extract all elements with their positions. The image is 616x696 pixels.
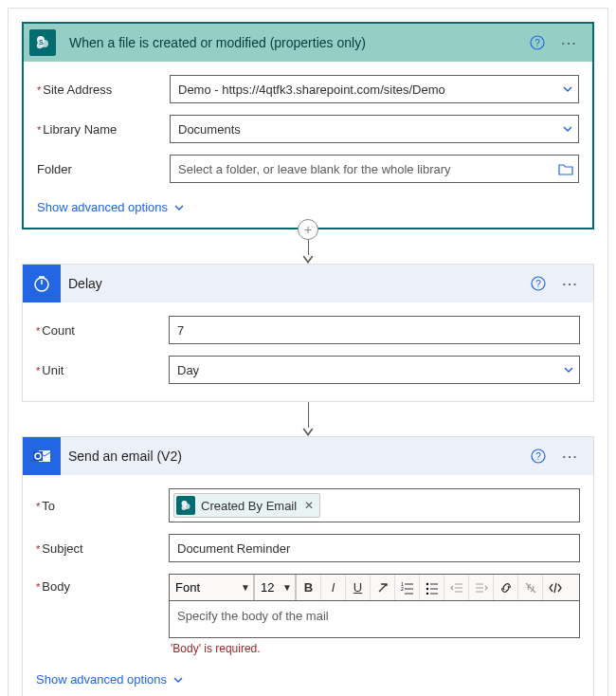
svg-point-21	[426, 592, 427, 594]
trigger-title: When a file is created or modified (prop…	[62, 35, 522, 50]
svg-text:S: S	[39, 39, 44, 46]
help-button[interactable]: ?	[522, 27, 553, 58]
count-input[interactable]	[169, 316, 580, 344]
help-button[interactable]: ?	[523, 441, 553, 471]
delay-header[interactable]: Delay ? ···	[23, 265, 593, 302]
unit-label: Unit	[36, 363, 169, 377]
email-header[interactable]: Send an email (V2) ? ···	[23, 437, 593, 475]
delay-body: Count Unit	[23, 302, 593, 401]
svg-text:?: ?	[535, 451, 541, 462]
chevron-down-icon	[173, 202, 185, 213]
email-card[interactable]: Send an email (V2) ? ··· To Created By E…	[22, 436, 594, 696]
chevron-down-icon	[172, 674, 184, 686]
help-button[interactable]: ?	[523, 268, 553, 299]
site-address-input[interactable]	[170, 75, 579, 103]
sharepoint-icon	[176, 496, 195, 515]
body-editor[interactable]: Specify the body of the mail	[169, 600, 580, 638]
email-body: To Created By Email ✕ Subject	[23, 475, 593, 696]
body-error: 'Body' is required.	[169, 638, 580, 655]
svg-point-19	[426, 582, 427, 584]
token-label: Created By Email	[201, 499, 297, 513]
connector	[22, 402, 594, 436]
more-button[interactable]: ···	[554, 27, 585, 58]
subject-input[interactable]	[169, 534, 580, 562]
svg-text:?: ?	[534, 38, 540, 48]
show-advanced-link[interactable]: Show advanced options	[37, 194, 185, 222]
email-title: Send an email (V2)	[61, 449, 523, 464]
to-input[interactable]: Created By Email ✕	[169, 488, 580, 522]
trigger-card[interactable]: S When a file is created or modified (pr…	[22, 22, 594, 229]
more-button[interactable]: ···	[555, 441, 586, 471]
to-label: To	[36, 499, 169, 513]
svg-point-16	[182, 505, 187, 510]
unordered-list-button[interactable]	[420, 575, 444, 600]
svg-text:2: 2	[401, 586, 404, 592]
unit-input[interactable]	[169, 356, 580, 384]
arrow-down-icon	[302, 255, 314, 264]
indent-button[interactable]	[469, 575, 494, 600]
arrow-down-icon	[302, 428, 314, 436]
delay-title: Delay	[61, 276, 523, 291]
unlink-button[interactable]	[518, 575, 543, 600]
font-select[interactable]: Font	[170, 575, 254, 600]
dynamic-content-token[interactable]: Created By Email ✕	[173, 493, 320, 518]
ordered-list-button[interactable]: 12	[395, 575, 420, 600]
folder-label: Folder	[37, 162, 170, 176]
add-step-button[interactable]: +	[298, 219, 318, 240]
delay-card[interactable]: Delay ? ··· Count Unit	[22, 264, 594, 402]
underline-button[interactable]: U	[346, 575, 371, 600]
library-name-label: Library Name	[37, 122, 170, 137]
library-name-input[interactable]	[170, 115, 579, 143]
remove-token-button[interactable]: ✕	[302, 499, 316, 512]
font-size-select[interactable]: 12	[255, 575, 296, 600]
trigger-body: Site Address Library Name Folder	[24, 62, 592, 228]
svg-point-20	[426, 587, 427, 589]
clear-format-button[interactable]	[371, 575, 395, 600]
svg-text:?: ?	[535, 279, 541, 289]
connector: +	[22, 229, 594, 264]
count-label: Count	[36, 323, 169, 338]
rte-toolbar: Font ▼ 12 ▼ B I U 12	[169, 574, 580, 600]
trigger-header[interactable]: S When a file is created or modified (pr…	[24, 24, 592, 62]
site-address-label: Site Address	[37, 82, 170, 97]
outlook-icon	[23, 437, 61, 475]
subject-label: Subject	[36, 541, 169, 556]
sharepoint-icon: S	[29, 29, 56, 56]
advanced-label: Show advanced options	[36, 672, 167, 687]
italic-button[interactable]: I	[321, 575, 346, 600]
flow-canvas: S When a file is created or modified (pr…	[8, 8, 608, 696]
folder-input[interactable]	[170, 155, 579, 183]
body-label: Body	[36, 574, 169, 594]
more-button[interactable]: ···	[555, 268, 586, 299]
show-advanced-link[interactable]: Show advanced options	[36, 667, 184, 694]
timer-icon	[23, 265, 61, 302]
bold-button[interactable]: B	[297, 575, 321, 600]
outdent-button[interactable]	[444, 575, 469, 600]
advanced-label: Show advanced options	[37, 200, 168, 214]
code-view-button[interactable]	[543, 575, 568, 600]
link-button[interactable]	[494, 575, 518, 600]
